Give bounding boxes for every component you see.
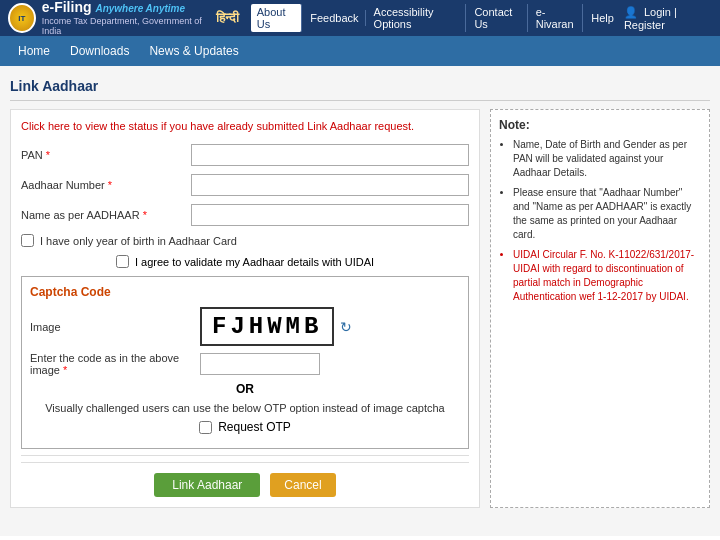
button-row: Link Aadhaar Cancel [21, 473, 469, 497]
nav-home[interactable]: Home [8, 40, 60, 62]
contact-us-link[interactable]: Contact Us [468, 4, 527, 32]
tagline: Anywhere Anytime [95, 3, 185, 14]
note-list: Name, Date of Birth and Gender as per PA… [499, 138, 701, 304]
note-item-0: Name, Date of Birth and Gender as per PA… [513, 138, 701, 180]
validate-checkbox[interactable] [116, 255, 129, 268]
captcha-image: FJHWMB [200, 307, 334, 346]
dob-checkbox-row: I have only year of birth in Aadhaar Car… [21, 234, 469, 247]
logo-subtitle: Income Tax Department, Government of Ind… [42, 16, 208, 38]
link-aadhaar-button[interactable]: Link Aadhaar [154, 473, 260, 497]
name-row: Name as per AADHAAR * [21, 204, 469, 226]
main-nav: Home Downloads News & Updates [0, 36, 720, 66]
code-label: Enter the code as in the above image * [30, 352, 200, 376]
click-here-suffix: to view the status if you have already s… [70, 120, 414, 132]
page-title: Link Aadhaar [10, 74, 710, 101]
help-link[interactable]: Help [585, 10, 620, 26]
otp-row: Request OTP [30, 420, 460, 434]
aadhaar-row: Aadhaar Number * [21, 174, 469, 196]
note-item-1: Please ensure that "Aadhaar Number" and … [513, 186, 701, 242]
note-title: Note: [499, 118, 701, 132]
pan-label: PAN * [21, 149, 191, 161]
logo-text: e-Filing Anywhere Anytime Income Tax Dep… [42, 0, 208, 37]
captcha-title: Captcha Code [30, 285, 460, 299]
note-section: Note: Name, Date of Birth and Gender as … [490, 109, 710, 508]
pan-input[interactable] [191, 144, 469, 166]
click-here-text: Click here to view the status if you hav… [21, 120, 469, 132]
nav-news[interactable]: News & Updates [139, 40, 248, 62]
feedback-link[interactable]: Feedback [304, 10, 365, 26]
otp-message: Visually challenged users can use the be… [30, 402, 460, 414]
note-item-2: UIDAI Circular F. No. K-11022/631/2017-U… [513, 248, 701, 304]
login-icon: 👤 [624, 6, 638, 18]
aadhaar-label: Aadhaar Number * [21, 179, 191, 191]
validate-row: I agree to validate my Aadhaar details w… [21, 255, 469, 268]
cancel-button[interactable]: Cancel [270, 473, 335, 497]
divider-2 [21, 462, 469, 463]
top-bar: IT e-Filing Anywhere Anytime Income Tax … [0, 0, 720, 36]
divider-1 [21, 455, 469, 456]
pan-row: PAN * [21, 144, 469, 166]
nav-downloads[interactable]: Downloads [60, 40, 139, 62]
top-nav-links: About Us Feedback Accessibility Options … [251, 4, 620, 32]
page-content: Link Aadhaar Click here to view the stat… [0, 66, 720, 536]
hindi-link[interactable]: हिन्दी [208, 10, 247, 26]
name-input[interactable] [191, 204, 469, 226]
aadhaar-input[interactable] [191, 174, 469, 196]
captcha-refresh-icon[interactable]: ↻ [340, 319, 352, 335]
code-input[interactable] [200, 353, 320, 375]
or-divider: OR [30, 382, 460, 396]
otp-checkbox[interactable] [199, 421, 212, 434]
accessibility-link[interactable]: Accessibility Options [368, 4, 467, 32]
logo-emblem: IT [8, 3, 36, 33]
content-layout: Click here to view the status if you hav… [10, 109, 710, 508]
captcha-image-label: Image [30, 321, 200, 333]
click-here-link[interactable]: Click here [21, 120, 70, 132]
form-section: Click here to view the status if you hav… [10, 109, 480, 508]
request-otp-label: Request OTP [218, 420, 291, 434]
captcha-image-row: Image FJHWMB ↻ [30, 307, 460, 346]
login-area[interactable]: 👤 Login | Register [624, 6, 712, 31]
logo-area: IT e-Filing Anywhere Anytime Income Tax … [8, 0, 208, 37]
name-label: Name as per AADHAAR * [21, 209, 191, 221]
enivaran-link[interactable]: e-Nivaran [530, 4, 584, 32]
validate-label: I agree to validate my Aadhaar details w… [135, 256, 374, 268]
dob-checkbox-label: I have only year of birth in Aadhaar Car… [40, 235, 237, 247]
code-row: Enter the code as in the above image * [30, 352, 460, 376]
captcha-section: Captcha Code Image FJHWMB ↻ Enter the co… [21, 276, 469, 449]
about-us-link[interactable]: About Us [251, 4, 303, 32]
dob-checkbox[interactable] [21, 234, 34, 247]
efiling-brand: e-Filing Anywhere Anytime [42, 0, 208, 16]
